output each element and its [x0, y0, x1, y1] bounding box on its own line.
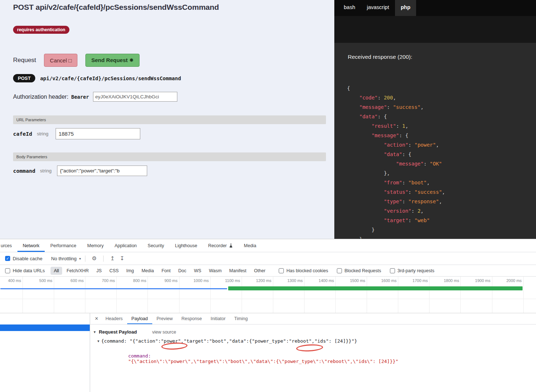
timeline-tick-1500-ms: 1500 ms [337, 278, 365, 283]
filter-pill-css[interactable]: CSS [106, 267, 122, 275]
import-har-icon[interactable]: ↥ [110, 255, 115, 262]
chevron-down-icon: ▾ [79, 257, 81, 261]
cancel-button[interactable]: Cancel □ [44, 54, 77, 67]
response-title: Received response (200): [348, 54, 412, 60]
hide-data-urls-label[interactable]: Hide data URLs [13, 268, 45, 273]
timeline-gridline [523, 277, 524, 313]
details-tab-preview[interactable]: Preview [152, 313, 177, 324]
endpoint-path: api/v2/cafe/{cafeId}/pcSessions/sendWssC… [40, 75, 181, 81]
details-tab-response[interactable]: Response [177, 313, 206, 324]
details-tab-initiator[interactable]: Initiator [206, 313, 230, 324]
disable-cache-checkbox[interactable] [5, 256, 10, 261]
timeline-gridline [179, 277, 180, 313]
waterfall-bar-blue[interactable] [0, 288, 227, 289]
code-tab-php[interactable]: php [395, 0, 416, 16]
code-tab-javascript[interactable]: javascript [361, 0, 395, 16]
auth-required-badge: requires authentication [13, 26, 69, 34]
devtools-tab-performance[interactable]: Performance [45, 239, 82, 252]
filter-checkbox-has-blocked-cookies[interactable]: Has blocked cookies [279, 268, 328, 273]
timeline-tick-700-ms: 700 ms [86, 278, 115, 283]
disable-cache-label[interactable]: Disable cache [13, 256, 43, 261]
filter-pill-img[interactable]: Img [123, 267, 137, 275]
devtools-tab-sources-partial[interactable]: urces [0, 239, 17, 252]
timeline-gridline [429, 277, 430, 313]
timeline-tick-1200-ms: 1200 ms [243, 278, 271, 283]
param-type-command: string [40, 168, 52, 173]
toolbar-divider [103, 256, 104, 262]
details-tab-payload[interactable]: Payload [127, 313, 152, 324]
expand-triangle-icon[interactable]: ▼ [97, 339, 99, 343]
json-line: { [347, 83, 534, 93]
filter-checkbox-blocked-requests[interactable]: Blocked Requests [337, 268, 381, 273]
devtools-panel: urcesNetworkPerformanceMemoryApplication… [0, 239, 536, 392]
response-json: { "code": 200, "message": "success", "da… [347, 83, 534, 239]
filter-pill-media[interactable]: Media [138, 267, 157, 275]
network-toolbar: Disable cache No throttling ▾ ⚙ ↥ ↧ [0, 252, 536, 265]
json-line: "target": "web" [347, 216, 534, 225]
cafeid-input[interactable] [56, 128, 140, 139]
endpoint-row: POST api/v2/cafe/{cafeId}/pcSessions/sen… [13, 74, 181, 82]
devtools-tab-recorder[interactable]: Recorder [203, 239, 238, 252]
payload-key: command: [128, 353, 154, 359]
expand-triangle-icon[interactable]: ▼ [93, 330, 96, 334]
filter-pill-ws[interactable]: WS [191, 267, 205, 275]
timeline-tick-500-ms: 500 ms [24, 278, 52, 283]
code-tab-bash[interactable]: bash [338, 0, 361, 16]
json-line: "action": "power", [347, 140, 534, 150]
filter-pill-manifest[interactable]: Manifest [226, 267, 250, 275]
filter-pill-all[interactable]: All [51, 267, 62, 275]
request-details: × HeadersPayloadPreviewResponseInitiator… [0, 313, 536, 392]
filter-pill-font[interactable]: Font [158, 267, 174, 275]
timeline-tick-800-ms: 800 ms [118, 278, 146, 283]
filter-pill-other[interactable]: Other [251, 267, 269, 275]
auth-token-input[interactable] [93, 92, 177, 102]
waterfall-bar-green[interactable] [228, 286, 523, 290]
filter-pill-js[interactable]: JS [93, 267, 105, 275]
command-param-row: command string [13, 166, 147, 176]
send-request-button[interactable]: Send Request ✸ [85, 54, 140, 67]
page-title: POST api/v2/cafe/{cafeId}/pcSessions/sen… [13, 3, 219, 12]
filter-checkbox-3rd-party-requests[interactable]: 3rd-party requests [390, 268, 434, 273]
url-parameters-header: URL Parameters [13, 115, 326, 124]
close-icon[interactable]: × [95, 315, 98, 322]
throttling-select[interactable]: No throttling ▾ [51, 256, 81, 261]
response-block: Received response (200): { "code": 200, … [334, 43, 536, 239]
authorization-row: Authorization header: Bearer [13, 92, 177, 102]
selected-request-row[interactable] [0, 324, 90, 331]
timeline-tick-2000-ms: 2000 ms [493, 278, 522, 283]
details-tab-bar-wrap: × HeadersPayloadPreviewResponseInitiator… [90, 313, 536, 324]
view-source-link[interactable]: view source [152, 330, 176, 335]
timeline-tick-600-ms: 600 ms [55, 278, 84, 283]
filter-pill-doc[interactable]: Doc [175, 267, 190, 275]
export-har-icon[interactable]: ↧ [120, 255, 125, 262]
cafeid-param-row: cafeId string [13, 128, 140, 139]
timeline-tick-1900-ms: 1900 ms [462, 278, 491, 283]
checkbox-icon [337, 268, 342, 273]
filter-pill-wasm[interactable]: Wasm [206, 267, 225, 275]
devtools-tab-bar: urcesNetworkPerformanceMemoryApplication… [0, 239, 536, 252]
code-example-panel: bashjavascriptphp Received response (200… [334, 0, 536, 239]
devtools-tab-media[interactable]: Media [238, 239, 262, 252]
payload-header-row: ▼ Request Payload view source [93, 329, 176, 335]
devtools-tab-lighthouse[interactable]: Lighthouse [169, 239, 202, 252]
checkbox-icon [390, 268, 395, 273]
row-divider [0, 299, 536, 299]
network-conditions-icon[interactable]: ⚙ [92, 255, 97, 262]
filter-pill-fetch-xhr[interactable]: Fetch/XHR [63, 267, 92, 275]
param-name-cafeid: cafeId [13, 131, 32, 137]
devtools-tab-security[interactable]: Security [142, 239, 169, 252]
payload-parsed-row: ▼ {command: "{"action":"power","target":… [97, 338, 357, 344]
devtools-tab-network[interactable]: Network [17, 239, 45, 252]
hide-data-urls-checkbox[interactable] [5, 268, 10, 273]
details-tab-timing[interactable]: Timing [230, 313, 252, 324]
payload-source-row: command: "{\"action\":\"power\",\"target… [105, 348, 398, 369]
timeline-gridline [367, 277, 367, 313]
param-type-cafeid: string [37, 131, 48, 136]
command-input[interactable] [57, 166, 147, 176]
timeline-tick-900-ms: 900 ms [149, 278, 178, 283]
devtools-tab-memory[interactable]: Memory [82, 239, 109, 252]
details-tab-headers[interactable]: Headers [101, 313, 127, 324]
timeline-gridline [116, 277, 117, 313]
filter-pills: AllFetch/XHRJSCSSImgMediaFontDocWSWasmMa… [51, 267, 269, 275]
devtools-tab-application[interactable]: Application [109, 239, 142, 252]
